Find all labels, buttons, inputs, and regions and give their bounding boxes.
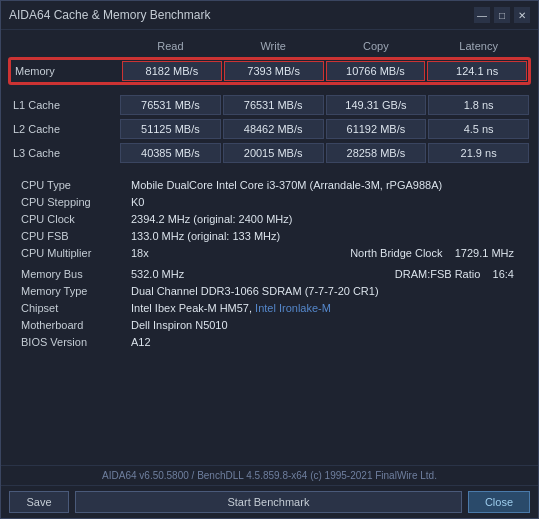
l3-cache-row: L3 Cache 40385 MB/s 20015 MB/s 28258 MB/…: [9, 142, 530, 164]
l3-read: 40385 MB/s: [120, 143, 221, 163]
l3-label: L3 Cache: [9, 142, 119, 164]
dram-fsb-info: DRAM:FSB Ratio 16:4: [325, 267, 523, 283]
memory-read: 8182 MB/s: [122, 61, 222, 81]
memory-type-value: Dual Channel DDR3-1066 SDRAM (7-7-7-20 C…: [127, 284, 522, 300]
chipset-row: Chipset Intel Ibex Peak-M HM57, Intel Ir…: [17, 301, 522, 317]
l1-copy: 149.31 GB/s: [326, 95, 427, 115]
l3-write: 20015 MB/s: [223, 143, 324, 163]
cpu-fsb-value: 133.0 MHz (original: 133 MHz): [127, 229, 522, 245]
memory-write: 7393 MB/s: [224, 61, 324, 81]
maximize-button[interactable]: □: [494, 7, 510, 23]
memory-row: Memory 8182 MB/s 7393 MB/s 10766 MB/s 12…: [9, 58, 530, 84]
cpu-type-label: CPU Type: [17, 178, 127, 194]
info-section: CPU Type Mobile DualCore Intel Core i3-3…: [9, 174, 530, 356]
cpu-type-value: Mobile DualCore Intel Core i3-370M (Arra…: [127, 178, 522, 194]
cpu-clock-value: 2394.2 MHz (original: 2400 MHz): [127, 212, 522, 228]
cpu-fsb-label: CPU FSB: [17, 229, 127, 245]
start-benchmark-button[interactable]: Start Benchmark: [75, 491, 462, 513]
memory-bus-value: 532.0 MHz: [127, 267, 325, 283]
memory-label: Memory: [11, 60, 121, 82]
memory-copy: 10766 MB/s: [326, 61, 426, 81]
motherboard-label: Motherboard: [17, 318, 127, 334]
north-bridge-value: 1729.1 MHz: [455, 247, 514, 259]
l2-copy: 61192 MB/s: [326, 119, 427, 139]
save-button[interactable]: Save: [9, 491, 69, 513]
l3-latency: 21.9 ns: [428, 143, 529, 163]
cpu-stepping-label: CPU Stepping: [17, 195, 127, 211]
cpu-clock-row: CPU Clock 2394.2 MHz (original: 2400 MHz…: [17, 212, 522, 228]
l2-label: L2 Cache: [9, 118, 119, 140]
minimize-button[interactable]: —: [474, 7, 490, 23]
l1-read: 76531 MB/s: [120, 95, 221, 115]
dram-fsb-label: DRAM:FSB Ratio: [395, 268, 481, 280]
cpu-stepping-row: CPU Stepping K0: [17, 195, 522, 211]
l2-cache-row: L2 Cache 51125 MB/s 48462 MB/s 61192 MB/…: [9, 118, 530, 140]
button-bar: Save Start Benchmark Close: [1, 485, 538, 518]
col-header-label: [9, 38, 119, 54]
dram-fsb-value: 16:4: [493, 268, 514, 280]
cpu-stepping-value: K0: [127, 195, 522, 211]
footer-text: AIDA64 v6.50.5800 / BenchDLL 4.5.859.8-x…: [1, 465, 538, 485]
col-header-write: Write: [222, 38, 325, 54]
chipset-label: Chipset: [17, 301, 127, 317]
col-header-read: Read: [119, 38, 222, 54]
cpu-multiplier-label: CPU Multiplier: [17, 246, 127, 262]
memory-type-row: Memory Type Dual Channel DDR3-1066 SDRAM…: [17, 284, 522, 300]
bios-row: BIOS Version A12: [17, 335, 522, 351]
window-title: AIDA64 Cache & Memory Benchmark: [9, 8, 210, 22]
memory-bus-label: Memory Bus: [17, 267, 127, 283]
bios-value: A12: [127, 335, 522, 351]
close-button[interactable]: Close: [468, 491, 530, 513]
content-area: Read Write Copy Latency Memory 8182 MB/s…: [1, 30, 538, 485]
close-window-button[interactable]: ✕: [514, 7, 530, 23]
cpu-fsb-row: CPU FSB 133.0 MHz (original: 133 MHz): [17, 229, 522, 245]
l1-cache-row: L1 Cache 76531 MB/s 76531 MB/s 149.31 GB…: [9, 94, 530, 116]
main-window: AIDA64 Cache & Memory Benchmark — □ ✕ Re…: [0, 0, 539, 519]
column-headers: Read Write Copy Latency: [9, 36, 530, 56]
cpu-multiplier-row: CPU Multiplier 18x North Bridge Clock 17…: [17, 246, 522, 262]
north-bridge-label: North Bridge Clock: [350, 247, 442, 259]
col-header-latency: Latency: [427, 38, 530, 54]
chipset-value: Intel Ibex Peak-M HM57, Intel Ironlake-M: [127, 301, 522, 317]
cpu-type-row: CPU Type Mobile DualCore Intel Core i3-3…: [17, 178, 522, 194]
motherboard-row: Motherboard Dell Inspiron N5010: [17, 318, 522, 334]
title-bar: AIDA64 Cache & Memory Benchmark — □ ✕: [1, 1, 538, 30]
l2-write: 48462 MB/s: [223, 119, 324, 139]
l2-latency: 4.5 ns: [428, 119, 529, 139]
benchmark-table: Read Write Copy Latency Memory 8182 MB/s…: [1, 30, 538, 465]
memory-bus-row: Memory Bus 532.0 MHz DRAM:FSB Ratio 16:4: [17, 267, 522, 283]
l1-latency: 1.8 ns: [428, 95, 529, 115]
memory-type-label: Memory Type: [17, 284, 127, 300]
window-controls: — □ ✕: [474, 7, 530, 23]
l1-write: 76531 MB/s: [223, 95, 324, 115]
north-bridge-info: North Bridge Clock 1729.1 MHz: [325, 246, 523, 262]
chipset-value-highlight: Intel Ironlake-M: [255, 302, 331, 314]
bios-label: BIOS Version: [17, 335, 127, 351]
motherboard-value: Dell Inspiron N5010: [127, 318, 522, 334]
memory-latency: 124.1 ns: [427, 61, 527, 81]
cpu-multiplier-value: 18x: [127, 246, 325, 262]
l1-label: L1 Cache: [9, 94, 119, 116]
col-header-copy: Copy: [325, 38, 428, 54]
cpu-clock-label: CPU Clock: [17, 212, 127, 228]
l3-copy: 28258 MB/s: [326, 143, 427, 163]
l2-read: 51125 MB/s: [120, 119, 221, 139]
